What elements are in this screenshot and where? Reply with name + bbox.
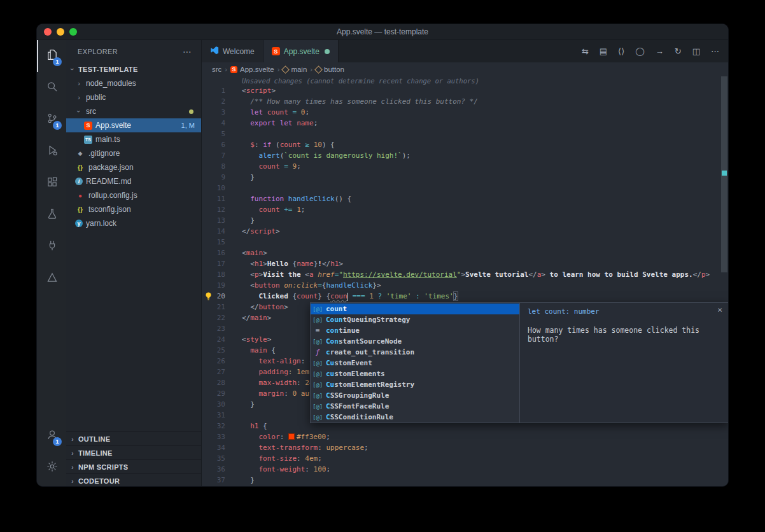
tree-item-rollup-config-js[interactable]: ●rollup.config.js: [66, 188, 201, 202]
tree-item-readme-md[interactable]: iREADME.md: [66, 174, 201, 188]
line-number: 36: [202, 464, 242, 475]
json-file-icon: {}: [75, 204, 85, 214]
minimize-window-button[interactable]: [57, 28, 64, 36]
sidebar-panel-timeline[interactable]: ›TIMELINE: [66, 445, 201, 459]
file-history-icon[interactable]: ↻: [675, 46, 682, 56]
tree-item-public[interactable]: ›public: [66, 90, 201, 104]
breadcrumb-item-src[interactable]: src: [212, 66, 221, 73]
suggestion-cssfontfacerule[interactable]: [@]CSSFontFaceRule: [311, 401, 519, 412]
code-line[interactable]: 17 <h1>Hello {name}!</h1>: [202, 258, 728, 269]
activity-item-search[interactable]: [37, 72, 66, 104]
code-line[interactable]: 3 let count = 0;: [202, 107, 728, 118]
code-line[interactable]: 4 export let name;: [202, 118, 728, 129]
suggestion-constantsourcenode[interactable]: [@]ConstantSourceNode: [311, 336, 519, 347]
suggestion-cssgroupingrule[interactable]: [@]CSSGroupingRule: [311, 390, 519, 401]
code-line[interactable]: 13 }: [202, 215, 728, 226]
line-number: 24: [202, 334, 242, 345]
sync-icon[interactable]: ◯: [635, 46, 645, 56]
zoom-window-button[interactable]: [69, 28, 77, 36]
title-bar[interactable]: App.svelte — test-template: [37, 24, 728, 40]
sidebar-panel-outline[interactable]: ›OUTLINE: [66, 431, 201, 445]
code-line[interactable]: 6 $: if (count ≥ 10) {: [202, 139, 728, 150]
code-line[interactable]: 12 count += 1;: [202, 204, 728, 215]
code-line[interactable]: 20 Clicked {count} {coun === 1 ? 'time' …: [202, 291, 728, 302]
code-line[interactable]: 11 function handleClick() {: [202, 193, 728, 204]
code-line[interactable]: 7 alert(`count is dangerously high!`);: [202, 150, 728, 161]
sidebar-panel-npm-scripts[interactable]: ›NPM SCRIPTS: [66, 459, 201, 473]
suggestion-cssconditionrule[interactable]: [@]CSSConditionRule: [311, 412, 519, 423]
activity-item-testing[interactable]: [37, 199, 66, 231]
code-line[interactable]: 34 text-transform: uppercase;: [202, 442, 728, 453]
suggestion-customevent[interactable]: [@]CustomEvent: [311, 358, 519, 368]
close-icon[interactable]: ×: [717, 305, 722, 314]
explorer-more-actions-icon[interactable]: ⋯: [183, 46, 192, 57]
activity-item-extensions[interactable]: [37, 167, 66, 199]
suggestion-customelementregistry[interactable]: [@]CustomElementRegistry: [311, 379, 519, 390]
suggestion-count[interactable]: [@]count: [311, 304, 519, 314]
activity-item-accounts[interactable]: 1: [37, 420, 66, 452]
breadcrumb-item-app-svelte[interactable]: SApp.svelte: [230, 66, 274, 73]
file-tree: ›node_modules›public›srcSApp.svelte1, MT…: [66, 76, 201, 230]
activity-item-azure[interactable]: [37, 263, 66, 295]
code-line[interactable]: 36 font-weight: 100;: [202, 464, 728, 475]
code-line[interactable]: 18 <p>Visit the <a href="https://svelte.…: [202, 269, 728, 280]
chevron-down-icon: ›: [69, 66, 76, 73]
variable-symbol-icon: [@]: [312, 382, 323, 388]
project-root-header[interactable]: › TEST-TEMPLATE: [66, 62, 201, 76]
activity-item-source-control[interactable]: 1: [37, 104, 66, 136]
tree-item-main-ts[interactable]: TSmain.ts: [66, 132, 201, 146]
yarn-file-icon: y: [75, 220, 83, 227]
code-line[interactable]: 5: [202, 129, 728, 139]
project-root-label: TEST-TEMPLATE: [78, 66, 138, 73]
activity-item-remote[interactable]: [37, 231, 66, 263]
tree-item-package-json[interactable]: {}package.json: [66, 160, 201, 174]
code-line[interactable]: 10: [202, 183, 728, 193]
suggestion-label: CSSGroupingRule: [326, 391, 389, 400]
tree-item-node-modules[interactable]: ›node_modules: [66, 76, 201, 90]
tab-app-svelte[interactable]: SApp.svelte: [263, 40, 339, 62]
code-line[interactable]: 37 }: [202, 475, 728, 486]
split-editor-icon[interactable]: ◫: [692, 46, 700, 56]
code-line[interactable]: 9 }: [202, 172, 728, 183]
breadcrumb-item-button[interactable]: button: [316, 66, 344, 73]
suggestion-create-out-transition[interactable]: ƒcreate_out_transition: [311, 347, 519, 358]
activity-item-run-debug[interactable]: [37, 136, 66, 167]
code-line[interactable]: 1<script>: [202, 85, 728, 96]
code-line[interactable]: 2 /** How many times has someone clicked…: [202, 96, 728, 107]
lightbulb-icon[interactable]: [204, 291, 213, 301]
code-line[interactable]: 16<main>: [202, 248, 728, 258]
more-actions-icon[interactable]: ⋯: [711, 46, 719, 56]
close-window-button[interactable]: [44, 28, 52, 36]
code-line[interactable]: 19 <button on:click={handleClick}>: [202, 280, 728, 291]
suggestion-countqueuingstrategy[interactable]: [@]CountQueuingStrategy: [311, 314, 519, 325]
breadcrumb-item-main[interactable]: main: [283, 66, 307, 73]
activity-item-settings[interactable]: [37, 452, 66, 484]
suggestion-label: CustomElementRegistry: [326, 381, 414, 389]
line-number: 33: [202, 431, 242, 442]
breadcrumb-label: main: [291, 66, 307, 73]
open-preview-icon[interactable]: ▤: [600, 46, 607, 56]
tree-item-src[interactable]: ›src: [66, 104, 201, 118]
activity-item-explorer[interactable]: 1: [37, 40, 66, 72]
code-line[interactable]: 35 font-size: 4em;: [202, 453, 728, 464]
tree-item-tsconfig-json[interactable]: {}tsconfig.json: [66, 202, 201, 216]
go-forward-icon[interactable]: →: [656, 46, 664, 56]
tree-item-label: README.md: [86, 177, 131, 186]
suggestion-customelements[interactable]: [@]customElements: [311, 368, 519, 379]
tree-item-app-svelte[interactable]: SApp.svelte1, M: [66, 118, 201, 132]
code-line[interactable]: 33 color: #ff3e00;: [202, 431, 728, 442]
line-content: </button>: [242, 302, 288, 312]
open-changes-icon[interactable]: ⟨⟩: [618, 46, 624, 56]
tab-welcome[interactable]: Welcome: [202, 40, 263, 62]
tree-item-yarn-lock[interactable]: yyarn.lock: [66, 216, 201, 230]
tree-item-gitignore[interactable]: ◆.gitignore: [66, 146, 201, 160]
code-editor[interactable]: Unsaved changes (cannot determine recent…: [202, 76, 728, 487]
compare-changes-icon[interactable]: ⇆: [582, 46, 589, 56]
suggestion-continue[interactable]: ≡continue: [311, 325, 519, 336]
line-content: </main>: [242, 312, 271, 323]
code-line[interactable]: 14</script>: [202, 226, 728, 237]
sidebar-panel-codetour[interactable]: ›CODETOUR: [66, 473, 201, 487]
code-line[interactable]: 15: [202, 237, 728, 248]
code-line[interactable]: 8 count = 9;: [202, 161, 728, 172]
color-swatch[interactable]: [288, 433, 295, 440]
